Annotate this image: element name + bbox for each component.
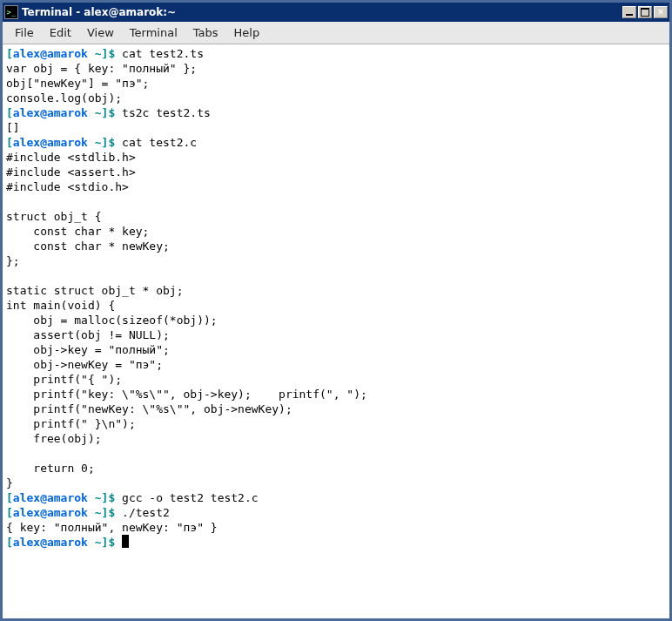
window-controls: × [622,6,668,18]
terminal-content[interactable]: [alex@amarok ~]$ cat test2.ts var obj = … [3,44,669,618]
menu-help[interactable]: Help [227,24,267,42]
prompt-bracket: [ [6,47,13,60]
command-text: ./test2 [122,506,170,519]
prompt-path: ~ [88,136,102,149]
output-line: [] [6,121,20,134]
output-line: struct obj_t { [6,210,102,223]
prompt-user: alex@amarok [13,506,88,519]
window-title: Terminal - alex@amarok:~ [22,6,622,18]
maximize-button[interactable] [638,6,652,18]
menu-edit[interactable]: Edit [43,24,78,42]
prompt-dollar: $ [108,536,122,549]
output-line: #include <stdio.h> [6,180,129,193]
command-text: gcc -o test2 test2.c [122,491,259,504]
prompt-user: alex@amarok [13,491,88,504]
output-line: printf("key: \"%s\"", obj->key); printf(… [6,388,367,401]
prompt-path: ~ [88,491,102,504]
output-line: obj->newKey = "пэ"; [6,358,163,371]
cursor [122,535,129,548]
output-line: obj = malloc(sizeof(*obj)); [6,314,218,327]
terminal-icon: >_ [4,5,18,19]
prompt-user: alex@amarok [13,536,88,549]
output-line: return 0; [6,462,95,475]
prompt-bracket: [ [6,491,13,504]
output-line: printf(" }\n"); [6,417,136,430]
output-line: printf("{ "); [6,373,122,386]
output-line: #include <stdlib.h> [6,151,136,164]
output-line: obj["newKey"] = "пэ"; [6,77,149,90]
prompt-bracket: [ [6,136,13,149]
prompt-dollar: $ [108,106,122,119]
minimize-button[interactable] [622,6,636,18]
prompt-bracket: [ [6,536,13,549]
menu-terminal[interactable]: Terminal [123,24,185,42]
prompt-path: ~ [88,536,102,549]
output-line: var obj = { key: "полный" }; [6,62,197,75]
prompt-dollar: $ [108,136,122,149]
output-line: const char * newKey; [6,240,170,253]
output-line: { key: "полный", newKey: "пэ" } [6,521,218,534]
prompt-dollar: $ [108,506,122,519]
output-line: static struct obj_t * obj; [6,284,184,297]
output-line: console.log(obj); [6,91,122,105]
titlebar[interactable]: >_ Terminal - alex@amarok:~ × [3,3,669,22]
command-text: ts2c test2.ts [122,106,211,119]
output-line: obj->key = "полный"; [6,343,170,356]
menu-tabs[interactable]: Tabs [186,24,225,42]
menubar: File Edit View Terminal Tabs Help [3,22,669,44]
terminal-window: >_ Terminal - alex@amarok:~ × File Edit … [0,0,672,621]
output-line: free(obj); [6,432,102,445]
menu-file[interactable]: File [8,24,41,42]
prompt-dollar: $ [108,491,122,504]
command-text: cat test2.c [122,136,197,149]
output-line: assert(obj != NULL); [6,328,170,341]
output-line: }; [6,254,20,267]
prompt-path: ~ [88,47,102,60]
menu-view[interactable]: View [80,24,121,42]
output-line: int main(void) { [6,299,115,312]
close-button[interactable]: × [654,6,668,18]
prompt-bracket: [ [6,506,13,519]
prompt-user: alex@amarok [13,47,88,60]
command-text: cat test2.ts [122,47,204,60]
prompt-path: ~ [88,506,102,519]
output-line: const char * key; [6,225,149,238]
output-line: printf("newKey: \"%s\"", obj->newKey); [6,402,292,415]
prompt-dollar: $ [108,47,122,60]
prompt-user: alex@amarok [13,106,88,119]
output-line: } [6,476,13,489]
prompt-user: alex@amarok [13,136,88,149]
prompt-path: ~ [88,106,102,119]
output-line: #include <assert.h> [6,165,136,179]
prompt-bracket: [ [6,106,13,119]
